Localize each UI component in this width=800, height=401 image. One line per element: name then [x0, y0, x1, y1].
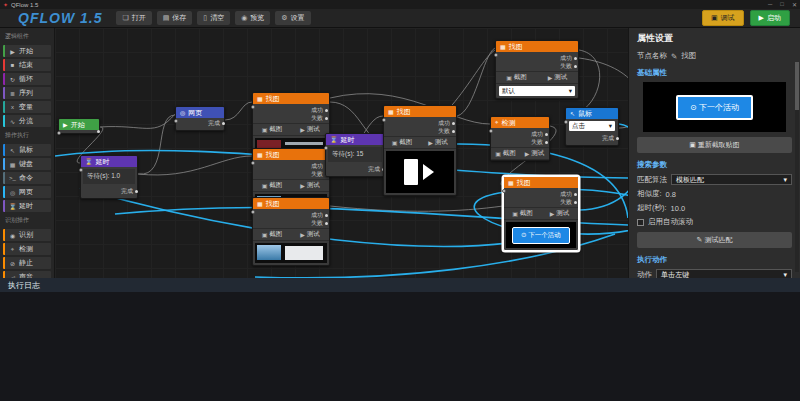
node-find5[interactable]: ▦找图成功失败▣截图▶测试默认▾	[495, 40, 579, 99]
fail-port[interactable]: 失败	[384, 127, 454, 135]
autoscroll-checkbox[interactable]	[637, 219, 644, 226]
node-type-icon: ▦	[257, 151, 263, 158]
test-button[interactable]: ▶测试	[420, 137, 456, 148]
test-button[interactable]: ▶测试	[520, 148, 549, 159]
input-port[interactable]	[324, 146, 328, 150]
sidebar-item-变量[interactable]: x变量	[3, 101, 51, 113]
settings-button[interactable]: ⚙设置	[275, 11, 310, 25]
maximize-button[interactable]: □	[780, 1, 784, 8]
capture-button[interactable]: ▣截图	[491, 148, 520, 159]
node-action-row: ▣截图▶测试	[491, 147, 549, 160]
save-button[interactable]: ▤保存	[157, 11, 193, 25]
preview-button[interactable]: ◉预览	[235, 11, 270, 25]
similarity-value[interactable]: 0.8	[666, 190, 676, 199]
sidebar-item-icon: x	[9, 104, 16, 110]
sidebar-item-声音[interactable]: ◁声音	[3, 271, 51, 278]
capture-button[interactable]: ▣截图	[504, 208, 541, 219]
capture-button[interactable]: ▣截图	[384, 137, 420, 148]
fail-port[interactable]: 失败	[253, 219, 327, 227]
node-find4[interactable]: ▦找图成功失败▣截图▶测试	[383, 105, 457, 196]
node-detect[interactable]: ⌖检测成功失败▣截图▶测试	[490, 116, 550, 161]
done-port[interactable]: 完成	[566, 133, 618, 145]
node-type-icon: ▦	[500, 43, 506, 50]
open-button[interactable]: ❏打开	[116, 11, 151, 25]
run-button[interactable]: ▶ 启动	[750, 10, 790, 26]
port-dot	[325, 214, 328, 217]
fail-port[interactable]: 失败	[253, 170, 327, 178]
log-header[interactable]: 执行日志	[0, 278, 800, 292]
panel-title: 属性设置	[637, 32, 792, 45]
sidebar-item-序列[interactable]: ≣序列	[3, 87, 51, 99]
node-action-row: ▣截图▶测试	[384, 136, 456, 149]
test-button[interactable]: ▶测试	[291, 124, 329, 135]
fail-port[interactable]: 失败	[491, 138, 547, 146]
sidebar-item-鼠标[interactable]: ↖鼠标	[3, 144, 51, 156]
minimize-button[interactable]: ─	[768, 1, 772, 8]
fail-port[interactable]: 失败	[253, 114, 327, 122]
done-port[interactable]	[59, 130, 99, 133]
clear-button[interactable]: ▯清空	[197, 11, 230, 25]
input-port[interactable]	[564, 120, 568, 124]
node-delay2[interactable]: ⌛延时等待(s): 15完成	[325, 133, 385, 177]
node-web[interactable]: ◎网页完成	[175, 106, 225, 131]
test-button[interactable]: ▶测试	[537, 72, 578, 83]
capture-button[interactable]: ▣截图	[253, 180, 291, 191]
camera-icon: ▣	[262, 126, 268, 133]
capture-button[interactable]: ▣截图	[253, 229, 291, 240]
node-mouse[interactable]: ↖鼠标点击▾完成	[565, 107, 619, 146]
input-port[interactable]	[79, 168, 83, 172]
port-dot	[545, 133, 548, 136]
capture-button[interactable]: ▣截图	[253, 124, 291, 135]
node-name-label: 节点名称	[637, 51, 667, 61]
sidebar-item-网页[interactable]: ◎网页	[3, 186, 51, 198]
action-select[interactable]: 单击左键 ▾	[656, 269, 792, 278]
sidebar-item-分流[interactable]: ∿分流	[3, 115, 51, 127]
match-select[interactable]: 模板匹配 ▾	[671, 174, 792, 185]
done-port[interactable]: 完成	[176, 118, 224, 130]
debug-button[interactable]: ▣ 调试	[702, 10, 744, 26]
node-find3[interactable]: ▦找图成功失败▣截图▶测试	[252, 197, 330, 266]
capture-button[interactable]: ▣截图	[496, 72, 537, 83]
done-port-label: 完成	[208, 119, 220, 128]
sidebar-item-检测[interactable]: ⌖检测	[3, 243, 51, 255]
node-select[interactable]: 点击▾	[569, 121, 615, 131]
play-icon: ▶	[428, 139, 433, 146]
node-title-bar: ↖鼠标	[566, 108, 618, 119]
node-find6[interactable]: ▦找图成功失败▣截图▶测试⊙ 下一个活动	[503, 176, 579, 251]
fail-port[interactable]: 失败	[504, 198, 576, 206]
test-button[interactable]: ▶测试	[291, 180, 329, 191]
sidebar-item-命令[interactable]: >_命令	[3, 172, 51, 184]
close-button[interactable]: ✕	[792, 1, 797, 8]
fail-port[interactable]: 失败	[496, 62, 576, 70]
fail-port-label: 失败	[311, 219, 323, 228]
sidebar-item-键盘[interactable]: ▦键盘	[3, 158, 51, 170]
sidebar-item-静止[interactable]: ⊘静止	[3, 257, 51, 269]
node-title: 找图	[397, 107, 411, 117]
node-delay1[interactable]: ⌛延时等待(s): 1.0完成	[80, 155, 138, 199]
sidebar-item-开始[interactable]: ▶开始	[3, 45, 51, 57]
timeout-value[interactable]: 10.0	[671, 204, 686, 213]
sidebar-item-label: 网页	[19, 187, 33, 197]
sidebar-item-循环[interactable]: ↻循环	[3, 73, 51, 85]
sidebar-item-icon: ⊘	[9, 260, 16, 267]
test-button[interactable]: ▶测试	[291, 229, 329, 240]
node-parameter-text[interactable]: 等待(s): 15	[328, 147, 382, 162]
recapture-button[interactable]: ▣ 重新截取贴图	[637, 137, 792, 153]
node-parameter-text[interactable]: 等待(s): 1.0	[83, 169, 135, 184]
sidebar-item-结束[interactable]: ■结束	[3, 59, 51, 71]
flow-canvas[interactable]: ▶开始⌛延时等待(s): 1.0完成◎网页完成▦找图成功失败▣截图▶测试▦找图成…	[55, 28, 628, 278]
sidebar-item-延时[interactable]: ⌛延时	[3, 200, 51, 212]
node-title-bar: ▦找图	[504, 177, 578, 188]
test-match-button[interactable]: ✎ 测试匹配	[637, 232, 792, 248]
node-start[interactable]: ▶开始	[58, 118, 100, 134]
test-button[interactable]: ▶测试	[541, 208, 578, 219]
panel-scrollbar[interactable]	[795, 62, 799, 272]
edit-icon[interactable]: ✎	[671, 52, 677, 61]
debug-icon: ▣	[711, 14, 718, 22]
timeout-label: 超时(秒):	[637, 203, 667, 213]
sidebar-item-识别[interactable]: ◉识别	[3, 229, 51, 241]
node-select[interactable]: 默认▾	[499, 86, 575, 96]
done-port[interactable]: 完成	[81, 186, 137, 198]
done-port[interactable]: 完成	[326, 164, 384, 176]
node-title-bar: ⌛延时	[326, 134, 384, 145]
